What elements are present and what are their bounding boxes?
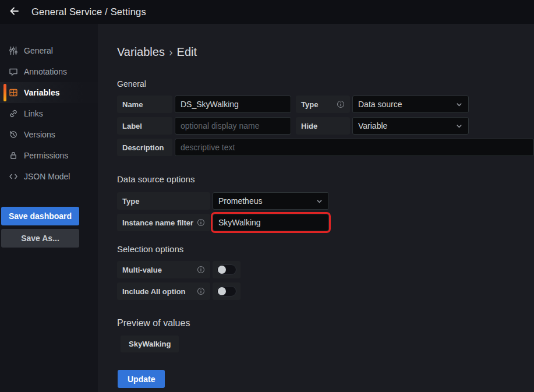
link-icon <box>8 108 19 119</box>
instance-name-filter-row: Instance name filter <box>117 214 534 231</box>
info-icon <box>197 218 205 227</box>
ds-type-select-value: Prometheus <box>218 196 262 206</box>
chevron-down-icon <box>316 197 323 205</box>
breadcrumb-page: Edit <box>177 45 197 58</box>
sidebar-item-label: Links <box>24 109 43 118</box>
breadcrumb-section: Variables <box>117 45 165 58</box>
ds-type-field-group: Type Prometheus <box>117 192 329 210</box>
name-type-row: Name Type Data source <box>117 96 534 113</box>
history-icon <box>8 129 19 140</box>
instance-name-filter-group: Instance name filter <box>117 214 329 231</box>
include-all-label: Include All option <box>117 282 210 300</box>
name-label: Name <box>117 96 172 113</box>
name-input[interactable] <box>175 96 291 113</box>
app-root: General Service / Settings General Annot… <box>0 0 534 392</box>
include-all-row: Include All option <box>117 282 534 300</box>
sidebar-item-label: Variables <box>24 88 60 97</box>
description-field-group: Description <box>117 139 534 156</box>
sidebar-item-label: Permissions <box>24 151 68 160</box>
toggle-switch <box>217 264 236 275</box>
name-label-text: Name <box>122 100 143 109</box>
info-icon <box>197 266 205 274</box>
sidebar-item-label: Annotations <box>24 67 67 76</box>
description-input[interactable] <box>175 139 534 156</box>
chevron-down-icon <box>455 101 463 108</box>
sidebar-item-permissions[interactable]: Permissions <box>0 145 98 166</box>
label-label: Label <box>117 117 172 135</box>
include-all-group: Include All option <box>117 282 241 300</box>
description-label-text: Description <box>122 143 164 152</box>
multi-value-row: Multi-value <box>117 261 534 278</box>
save-as-button[interactable]: Save As... <box>1 229 79 248</box>
preview-values: SkyWalking <box>117 336 534 352</box>
back-button[interactable] <box>6 5 22 20</box>
label-label-text: Label <box>122 122 142 130</box>
sidebar-item-links[interactable]: Links <box>0 103 98 124</box>
breadcrumb: Variables›Edit <box>117 45 534 59</box>
main-content: Variables›Edit General Name Type Dat <box>98 24 534 392</box>
ds-type-select[interactable]: Prometheus <box>213 192 329 210</box>
multi-value-label-text: Multi-value <box>122 266 162 274</box>
toggle-switch <box>217 286 236 296</box>
preview-value-chip[interactable]: SkyWalking <box>121 336 179 352</box>
breadcrumb-separator: › <box>169 45 173 58</box>
settings-sidebar: General Annotations Variables Links Vers… <box>0 24 98 392</box>
sidebar-item-annotations[interactable]: Annotations <box>0 61 98 82</box>
ds-type-label: Type <box>117 192 210 210</box>
label-hide-row: Label Hide Variable <box>117 117 534 135</box>
multi-value-label: Multi-value <box>117 261 210 278</box>
sidebar-buttons: Save dashboard Save As... <box>0 207 98 248</box>
preview-of-values-title: Preview of values <box>117 318 534 329</box>
type-field-group: Type Data source <box>296 96 469 113</box>
hide-select[interactable]: Variable <box>352 117 469 135</box>
sidebar-item-variables[interactable]: Variables <box>0 82 98 103</box>
sidebar-item-label: General <box>24 46 53 55</box>
sidebar-item-json-model[interactable]: JSON Model <box>0 166 98 187</box>
lock-icon <box>8 150 19 161</box>
include-all-label-text: Include All option <box>122 287 186 296</box>
name-field-group: Name <box>117 96 291 113</box>
sidebar-item-general[interactable]: General <box>0 40 98 61</box>
multi-value-group: Multi-value <box>117 261 241 278</box>
instance-name-filter-label-text: Instance name filter <box>122 218 193 227</box>
comment-icon <box>8 66 19 77</box>
info-icon <box>197 287 205 295</box>
type-select-value: Data source <box>358 100 402 109</box>
toggle-knob <box>218 287 226 295</box>
sidebar-item-label: Versions <box>24 130 55 139</box>
selection-options-title: Selection options <box>117 244 534 254</box>
layout: General Annotations Variables Links Vers… <box>0 24 534 392</box>
topbar: General Service / Settings <box>0 0 534 24</box>
save-dashboard-button[interactable]: Save dashboard <box>1 207 79 225</box>
sidebar-item-versions[interactable]: Versions <box>0 124 98 145</box>
page-title: General Service / Settings <box>31 6 146 17</box>
variables-icon <box>8 87 19 98</box>
multi-value-toggle[interactable] <box>213 261 241 278</box>
data-source-options-title: Data source options <box>117 174 534 184</box>
code-icon <box>8 171 19 182</box>
description-label: Description <box>117 139 172 156</box>
toggle-knob <box>218 266 226 274</box>
type-select[interactable]: Data source <box>352 96 469 113</box>
ds-type-row: Type Prometheus <box>117 192 534 210</box>
label-input[interactable] <box>175 117 291 135</box>
type-label: Type <box>296 96 350 113</box>
hide-select-value: Variable <box>358 121 387 130</box>
instance-name-filter-label: Instance name filter <box>117 214 210 231</box>
update-button[interactable]: Update <box>118 370 165 388</box>
hide-label: Hide <box>296 117 350 135</box>
sliders-icon <box>8 45 19 56</box>
label-field-group: Label <box>117 117 291 135</box>
general-section-title: General <box>117 79 534 89</box>
include-all-toggle[interactable] <box>213 282 241 300</box>
arrow-left-icon <box>9 6 19 17</box>
description-row: Description <box>117 139 534 156</box>
instance-name-filter-input[interactable] <box>213 214 329 231</box>
hide-field-group: Hide Variable <box>296 117 469 135</box>
info-icon <box>337 100 345 108</box>
ds-type-label-text: Type <box>122 197 139 206</box>
chevron-down-icon <box>455 122 463 130</box>
hide-label-text: Hide <box>301 122 317 130</box>
sidebar-item-label: JSON Model <box>24 172 70 181</box>
type-label-text: Type <box>301 100 318 109</box>
